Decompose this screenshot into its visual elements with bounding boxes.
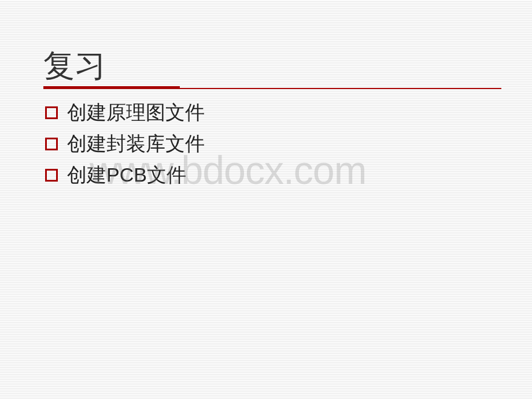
list-item-label: 创建原理图文件 — [67, 99, 205, 126]
slide-title: 复习 — [43, 45, 106, 87]
bullet-list: 创建原理图文件 创建封装库文件 创建PCB文件 — [45, 99, 205, 193]
square-bullet-icon — [45, 106, 58, 119]
list-item-label: 创建封装库文件 — [67, 131, 205, 157]
title-underline — [43, 86, 501, 90]
list-item: 创建PCB文件 — [45, 162, 205, 189]
square-bullet-icon — [45, 169, 58, 182]
slide: 复习 创建原理图文件 创建封装库文件 创建PCB文件 www.bdocx.com — [0, 0, 532, 399]
square-bullet-icon — [45, 138, 58, 150]
list-item-label: 创建PCB文件 — [67, 162, 186, 189]
underline-thick-segment — [43, 86, 180, 89]
list-item: 创建封装库文件 — [45, 131, 205, 157]
list-item: 创建原理图文件 — [45, 99, 205, 126]
underline-thin-segment — [180, 88, 501, 89]
